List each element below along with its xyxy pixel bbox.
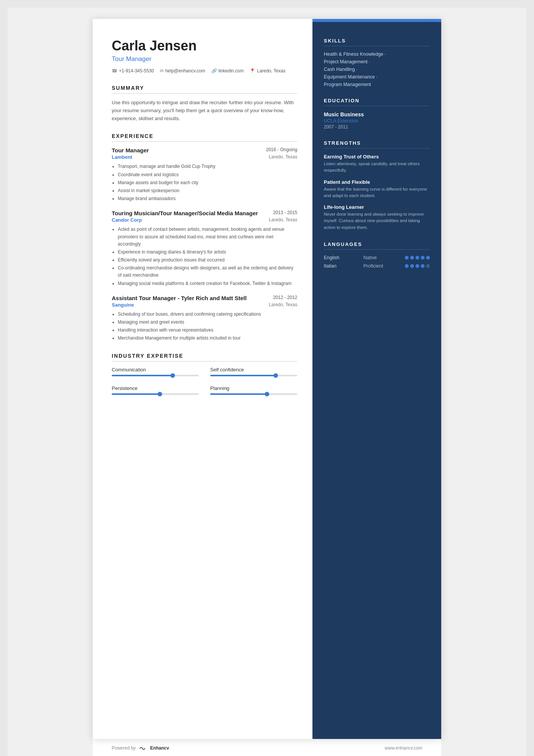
lang-dot xyxy=(410,256,414,260)
job-3: Assistant Tour Manager - Tyler Rich and … xyxy=(112,295,297,342)
link-icon: 🔗 xyxy=(211,68,217,74)
candidate-name: Carla Jensen xyxy=(112,38,297,54)
lang-dot xyxy=(410,264,414,268)
lang-1-level: Native xyxy=(364,255,390,260)
languages-title: LANGUAGES xyxy=(324,241,430,250)
expertise-persistence-bar xyxy=(112,393,199,395)
expertise-section: INDUSTRY EXPERTISE Communication Self c xyxy=(112,353,297,396)
lang-dot xyxy=(426,264,430,268)
bullet: Scheduling of tour buses, drivers and co… xyxy=(118,311,297,318)
expertise-communication-label: Communication xyxy=(112,367,199,373)
phone-value: +1-914-345-5530 xyxy=(119,68,154,74)
expertise-self-confidence-dot xyxy=(273,373,278,378)
skill-3: Cash Handling · xyxy=(324,67,430,72)
lang-1-name: English xyxy=(324,255,348,260)
skill-1-label: Health & Fitness Knowledge · xyxy=(324,52,386,57)
job-3-title: Assistant Tour Manager - Tyler Rich and … xyxy=(112,295,247,301)
lang-2-level: Proficient xyxy=(364,263,390,269)
bullet: Managing social media platforms & conten… xyxy=(118,280,297,287)
location-value: Laredo, Texas xyxy=(257,68,285,74)
job-2: Touring Musician/Tour Manager/Social Med… xyxy=(112,210,297,287)
edu-years: 2007 - 2011 xyxy=(324,124,430,130)
expertise-planning-dot xyxy=(265,392,269,396)
phone-contact: ☎ +1-914-345-5530 xyxy=(112,68,154,74)
job-1-company: Lambent xyxy=(112,154,132,160)
expertise-self-confidence-bar xyxy=(210,375,297,376)
strength-3-title: Life-long Learner xyxy=(324,204,430,210)
strength-2: Patient and Flexible Aware that the lear… xyxy=(324,179,430,199)
job-1: Tour Manager 2016 - Ongoing Lambent Lare… xyxy=(112,147,297,202)
job-1-header: Tour Manager 2016 - Ongoing xyxy=(112,147,297,153)
email-icon: ✉ xyxy=(160,68,164,74)
expertise-planning-label: Planning xyxy=(210,385,297,391)
email-value: help@enhancv.com xyxy=(165,68,205,74)
bullet: Handling interaction with venue represen… xyxy=(118,327,297,334)
lang-dot xyxy=(415,256,419,260)
edu-school: UCLA Extension xyxy=(324,118,430,124)
location-icon: 📍 xyxy=(250,68,255,74)
summary-text: Use this opportunity to intrigue and dra… xyxy=(112,99,297,122)
footer-left: Powered by Enhancv xyxy=(112,745,169,751)
expertise-persistence: Persistence xyxy=(112,385,199,395)
lang-2-name: Italian xyxy=(324,263,348,269)
expertise-communication-bar xyxy=(112,375,199,376)
strengths-title: STRENGTHS xyxy=(324,140,430,149)
page: Carla Jensen Tour Manager ☎ +1-914-345-5… xyxy=(8,8,526,756)
lang-dot xyxy=(421,256,425,260)
linkedin-value: linkedin.com xyxy=(219,68,244,74)
expertise-communication-fill xyxy=(112,375,173,376)
lang-2-row: Italian Proficient xyxy=(324,263,430,269)
footer-website: www.enhancv.com xyxy=(385,745,422,751)
footer: Powered by Enhancv www.enhancv.com xyxy=(93,739,441,756)
skill-4: Equipment Maintenance · xyxy=(324,74,430,80)
strength-1-title: Earning Trust of Others xyxy=(324,154,430,160)
expertise-persistence-dot xyxy=(158,392,162,396)
job-1-bullets: Transport, manage and handle Gold Cup Tr… xyxy=(112,163,297,202)
skills-section: SKILLS Health & Fitness Knowledge · Proj… xyxy=(324,38,430,87)
skill-4-label: Equipment Maintenance · xyxy=(324,74,378,80)
experience-section: EXPERIENCE Tour Manager 2016 - Ongoing L… xyxy=(112,133,297,342)
skill-2-label: Project Management · xyxy=(324,59,370,64)
summary-title: SUMMARY xyxy=(112,85,297,94)
expertise-grid: Communication Self confidence xyxy=(112,367,297,396)
phone-icon: ☎ xyxy=(112,68,117,74)
lang-2-dots xyxy=(405,264,430,268)
lang-dot xyxy=(405,256,409,260)
job-2-title: Touring Musician/Tour Manager/Social Med… xyxy=(112,210,258,216)
candidate-title: Tour Manager xyxy=(112,55,297,63)
bullet: Manage brand ambassadors xyxy=(118,195,297,202)
location-contact: 📍 Laredo, Texas xyxy=(250,68,285,74)
contact-row: ☎ +1-914-345-5530 ✉ help@enhancv.com 🔗 l… xyxy=(112,68,297,74)
bullet: Transport, manage and handle Gold Cup Tr… xyxy=(118,163,297,170)
expertise-self-confidence-fill xyxy=(210,375,276,376)
job-3-company: Sanguine xyxy=(112,302,134,308)
job-3-header: Assistant Tour Manager - Tyler Rich and … xyxy=(112,295,297,301)
resume: Carla Jensen Tour Manager ☎ +1-914-345-5… xyxy=(93,19,441,739)
languages-section: LANGUAGES English Native Italian Profici… xyxy=(324,241,430,269)
expertise-planning-bar xyxy=(210,393,297,395)
skill-1: Health & Fitness Knowledge · xyxy=(324,52,430,57)
strength-1: Earning Trust of Others Listen attentive… xyxy=(324,154,430,174)
skill-5-label: Program Management xyxy=(324,82,371,87)
enhancv-logo xyxy=(139,745,147,751)
expertise-communication-dot xyxy=(170,373,175,378)
bullet: Acted as point of contact between artist… xyxy=(118,226,297,248)
summary-section: SUMMARY Use this opportunity to intrigue… xyxy=(112,85,297,122)
skill-3-label: Cash Handling · xyxy=(324,67,358,72)
bullet: Managing meet and greet events xyxy=(118,319,297,326)
strength-2-desc: Aware that the learning curve is differe… xyxy=(324,186,430,199)
expertise-title: INDUSTRY EXPERTISE xyxy=(112,353,297,362)
expertise-persistence-label: Persistence xyxy=(112,385,199,391)
expertise-planning-fill xyxy=(210,393,267,395)
strengths-section: STRENGTHS Earning Trust of Others Listen… xyxy=(324,140,430,231)
bullet: Merchandise Management for multiple arti… xyxy=(118,335,297,342)
job-3-dates: 2012 - 2012 xyxy=(273,295,297,300)
job-2-bullets: Acted as point of contact between artist… xyxy=(112,226,297,287)
strength-3-desc: Never done learning and always seeking t… xyxy=(324,211,430,231)
job-3-bullets: Scheduling of tour buses, drivers and co… xyxy=(112,311,297,342)
job-1-meta: Lambent Laredo, Texas xyxy=(112,154,297,161)
job-2-company: Candor Corp xyxy=(112,217,142,223)
top-accent xyxy=(312,19,441,22)
expertise-self-confidence: Self confidence xyxy=(210,367,297,376)
education-title: EDUCATION xyxy=(324,98,430,106)
